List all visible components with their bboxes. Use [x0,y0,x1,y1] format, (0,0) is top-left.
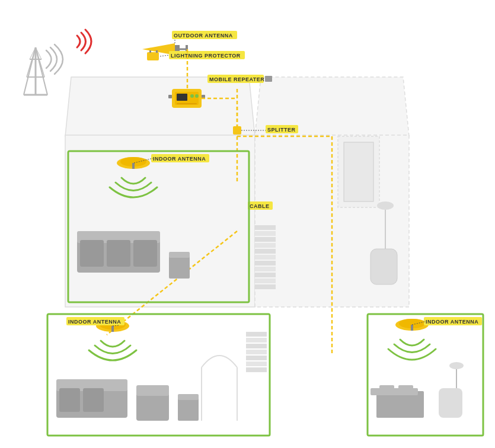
svg-rect-92 [411,325,413,331]
svg-rect-103 [255,243,276,248]
svg-rect-50 [107,240,130,267]
svg-rect-76 [246,367,267,372]
svg-rect-31 [177,103,197,104]
svg-marker-11 [65,77,255,136]
svg-point-88 [449,362,464,369]
svg-rect-62 [59,388,80,412]
cable-label: CABLE [250,203,270,209]
mobile-repeater [168,89,205,108]
svg-rect-102 [255,237,276,242]
svg-rect-35 [265,76,272,82]
svg-rect-70 [246,332,267,337]
svg-rect-51 [133,240,157,267]
svg-rect-56 [132,163,135,169]
splitter-label: SPLITTER [267,127,296,133]
outdoor-antenna-label: OUTDOOR ANTENNA [174,33,233,39]
svg-rect-71 [246,338,267,343]
svg-rect-33 [168,95,172,98]
svg-rect-105 [255,255,276,260]
svg-rect-22 [149,50,151,53]
svg-rect-72 [246,344,267,348]
svg-rect-79 [111,326,114,332]
svg-rect-28 [177,94,187,101]
svg-rect-99 [371,249,397,284]
lightning-protector-label: LIGHTNING PROTECTOR [171,53,241,59]
svg-rect-110 [255,284,276,289]
svg-rect-53 [169,252,190,258]
svg-rect-21 [147,52,159,60]
indoor-antenna-1 [117,157,150,169]
svg-rect-49 [80,240,104,267]
diagram-container: OUTDOOR ANTENNA LIGHTNING PROTECTOR MOBI… [0,0,495,448]
svg-point-30 [195,94,199,98]
svg-rect-66 [178,397,199,421]
svg-rect-23 [156,50,158,53]
svg-rect-75 [246,361,267,366]
svg-rect-89 [439,388,462,418]
svg-rect-63 [83,388,104,412]
svg-rect-74 [246,356,267,360]
svg-rect-86 [398,385,413,392]
svg-point-29 [190,94,194,98]
svg-rect-85 [379,385,394,392]
svg-rect-65 [136,385,169,396]
svg-rect-67 [178,394,199,400]
mobile-repeater-label: MOBILE REPEATER [209,76,264,82]
indoor-antenna-3-label: INDOOR ANTENNA [426,319,478,325]
svg-rect-104 [255,249,276,254]
svg-rect-109 [255,279,276,283]
svg-rect-96 [344,142,373,201]
indoor-antenna-2-label: INDOOR ANTENNA [68,319,121,325]
svg-rect-101 [255,231,276,236]
svg-rect-52 [169,255,190,279]
svg-rect-100 [255,225,276,230]
svg-rect-107 [255,267,276,271]
svg-point-98 [377,201,394,210]
svg-rect-73 [246,350,267,354]
svg-rect-106 [255,261,276,265]
svg-rect-108 [255,273,276,277]
indoor-antenna-1-label: INDOOR ANTENNA [153,156,206,162]
